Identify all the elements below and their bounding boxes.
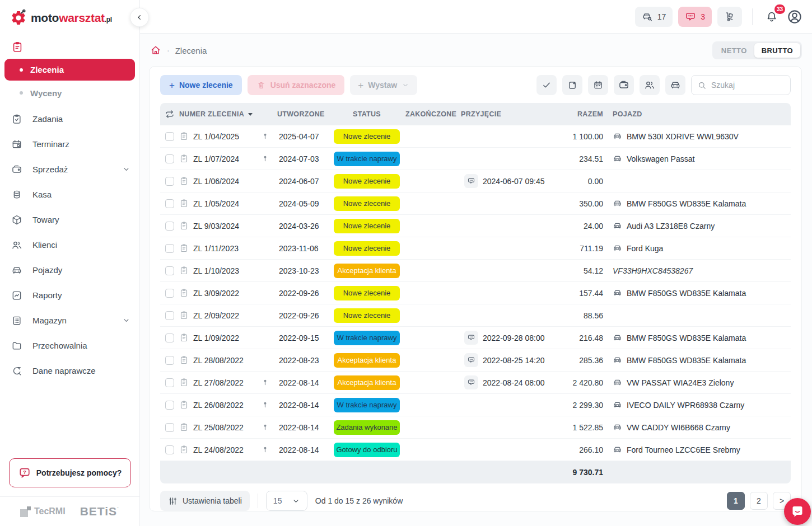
vehicle-name[interactable]: IVECO DAILY WPR68938 Czarny [627,401,744,410]
page-button-2[interactable]: 2 [750,492,768,510]
vehicle-name[interactable]: Audi A3 LZ318E8 Czarny [627,222,715,231]
order-number: ZL 1/06/2024 [193,177,239,186]
vehicle-name[interactable]: Volkswagen Passat [627,154,694,163]
swap-icon[interactable] [160,109,179,119]
row-checkbox[interactable] [165,132,174,141]
row-checkbox[interactable] [165,378,174,387]
table-row[interactable]: ZL 1/06/20242024-06-07Nowe zlecenie2024-… [160,170,791,192]
sidebar-item-zadania[interactable]: Zadania [0,106,139,132]
vehicle-name[interactable]: VW CADDY WI6B668 Czarny [627,423,730,432]
vehicle-name[interactable]: BMW F850GS WD835E Kalamata [627,199,746,208]
row-checkbox[interactable] [165,199,174,208]
sidebar-item-wyceny[interactable]: Wyceny [0,81,139,105]
row-checkbox[interactable] [165,423,174,432]
row-checkbox[interactable] [165,266,174,275]
sidebar-item-raporty[interactable]: Raporty [0,283,139,308]
users-filter-button[interactable] [640,75,660,95]
table-row[interactable]: ZL 2/09/20222022-09-26Nowe zlecenie88.56 [160,304,791,327]
chat-widget-button[interactable] [784,498,811,525]
table-row[interactable]: ZL 1/04/20252025-04-07Nowe zlecenie1 100… [160,125,791,148]
table-row[interactable]: ZL 24/08/20222022-08-14Gotowy do odbioru… [160,439,791,461]
sidebar-item-dane-naprawcze[interactable]: Dane naprawcze [0,358,139,383]
row-checkbox[interactable] [165,177,174,186]
vehicle-name[interactable]: Ford Tourneo LZCC6EE Srebrny [627,445,740,454]
table-row[interactable]: ZL 1/05/20242024-05-09Nowe zlecenie350.0… [160,192,791,215]
page-size-select[interactable]: 15 [266,491,307,511]
row-checkbox[interactable] [165,154,174,163]
brutto-option[interactable]: BRUTTO [754,43,800,58]
app-logo[interactable]: motowarsztat.pl [0,0,139,26]
sidebar-item-klienci[interactable]: Klienci [0,232,139,257]
row-checkbox[interactable] [165,311,174,320]
car-filter-button[interactable] [665,75,685,95]
vehicle-name[interactable]: BMW 530I XDRIVE WWL9630V [627,132,739,141]
clipboard-check-icon [11,114,22,125]
netto-option[interactable]: NETTO [714,43,754,58]
row-checkbox[interactable] [165,401,174,410]
calendar-icon [593,80,603,90]
notifications-button[interactable]: 33 [763,8,781,26]
row-checkbox[interactable] [165,244,174,253]
page-button-1[interactable]: 1 [727,492,745,510]
table-row[interactable]: ZL 25/08/20222022-08-14Zadania wykonane1… [160,416,791,439]
new-order-button[interactable]: + Nowe zlecenie [160,75,242,95]
column-header-received[interactable]: PRZYJĘCIE [456,110,566,118]
row-checkbox[interactable] [165,289,174,298]
table-row[interactable]: ZL 26/08/20222022-08-14W trakcie naprawy… [160,394,791,416]
row-checkbox[interactable] [165,445,174,454]
table-row[interactable]: ZL 3/09/20222022-09-26Nowe zlecenie157.4… [160,282,791,304]
table-row[interactable]: ZL 9/03/20242024-03-26Nowe zlecenie24.00… [160,215,791,237]
user-avatar[interactable] [786,8,803,25]
table-row[interactable]: ZL 1/11/20232023-11-06Nowe zlecenie711.1… [160,237,791,260]
order-number: ZL 1/11/2023 [193,244,239,253]
vehicle-name[interactable]: BMW F850GS WD835E Kalamata [627,334,746,342]
search-input[interactable] [711,81,785,90]
column-header-created[interactable]: UTWORZONE [274,110,334,118]
table-row[interactable]: ZL 28/08/20222022-08-23Akceptacja klient… [160,349,791,372]
sidebar-item-sprzeda-[interactable]: Sprzedaż [0,157,139,182]
wallet-filter-button[interactable] [614,75,634,95]
sidebar-item-kasa[interactable]: Kasa [0,182,139,207]
sidebar-collapse-button[interactable] [130,8,149,27]
vehicle-name[interactable]: VW PASSAT WIA24E3 Zielony [627,378,734,387]
issue-button[interactable]: + Wystaw [350,75,417,95]
handtruck-pill[interactable] [717,7,742,27]
row-checkbox[interactable] [165,334,174,342]
sidebar-item-towary[interactable]: Towary [0,207,139,232]
reception-chat-icon[interactable] [464,331,478,345]
sidebar-item-pojazdy[interactable]: Pojazdy [0,257,139,283]
vehicle-name[interactable]: BMW F850GS WD835E Kalamata [627,289,746,298]
status-badge: W trakcie naprawy [334,152,400,166]
table-row[interactable]: ZL 1/09/20222022-09-15W trakcie naprawy2… [160,327,791,349]
sidebar-item-przechowalnia[interactable]: Przechowalnia [0,333,139,358]
table-settings-button[interactable]: Ustawienia tabeli [160,491,250,511]
row-checkbox[interactable] [165,222,174,231]
home-icon[interactable] [150,45,161,56]
delete-selected-button[interactable]: Usuń zaznaczone [248,75,345,95]
column-header-status[interactable]: STATUS [334,110,400,118]
column-header-vehicle[interactable]: POJAZD [606,110,791,118]
reception-chat-icon[interactable] [464,375,478,389]
vehicles-counter-pill[interactable]: 17 [635,7,673,27]
vehicle-name[interactable]: VF33H9HXC84538267 [613,266,693,275]
reception-chat-icon[interactable] [464,353,478,367]
sidebar-item-terminarz[interactable]: Terminarz [0,132,139,157]
copy-filter-button[interactable] [562,75,582,95]
reception-chat-icon[interactable] [464,174,478,188]
column-header-total[interactable]: RAZEM [566,110,606,118]
sidebar-item-magazyn[interactable]: Magazyn [0,308,139,333]
table-row[interactable]: ZL 1/10/20232023-10-23Akceptacja klienta… [160,260,791,282]
vehicle-name[interactable]: Ford Kuga [627,244,663,253]
help-button[interactable]: ? Potrzebujesz pomocy? [9,458,131,487]
sidebar-item-zlecenia[interactable]: Zlecenia [4,59,135,81]
order-total: 1 100.00 [566,132,606,141]
row-checkbox[interactable] [165,356,174,365]
calendar-filter-button[interactable] [588,75,608,95]
table-row[interactable]: ZL 1/07/20242024-07-03W trakcie naprawy2… [160,148,791,170]
table-row[interactable]: ZL 27/08/20222022-08-14Akceptacja klient… [160,372,791,394]
check-filter-button[interactable] [536,75,557,95]
vehicle-name[interactable]: BMW F850GS WD835E Kalamata [627,356,746,365]
column-header-number[interactable]: NUMER ZLECENIA [179,110,255,118]
messages-counter-pill[interactable]: 3 [678,7,712,27]
column-header-finished[interactable]: ZAKOŃCZONE [400,110,456,118]
